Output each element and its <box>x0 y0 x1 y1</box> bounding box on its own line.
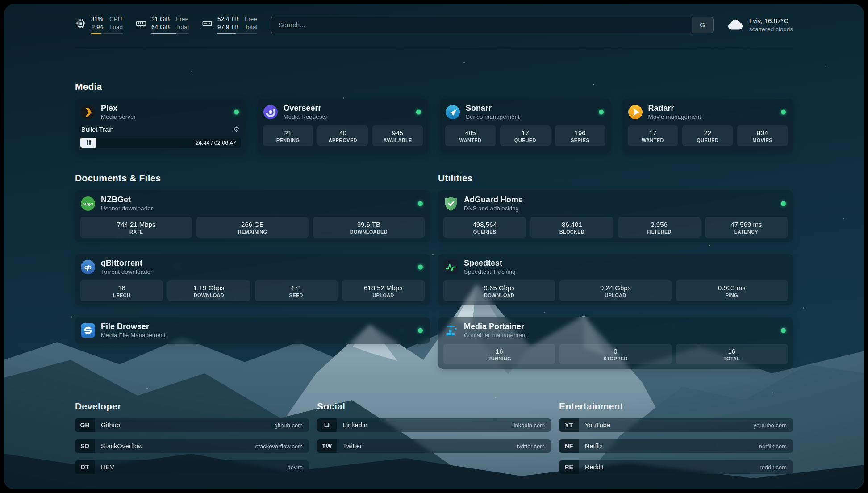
stat-series: 196 SERIES <box>555 125 605 146</box>
section-title-utilities: Utilities <box>438 173 793 184</box>
bookmark-name: LinkedIn <box>337 422 513 429</box>
service-link-filebrowser[interactable]: File Browser Media File Management <box>80 322 425 339</box>
section-title-media: Media <box>75 81 793 92</box>
stat-seed: 471 SEED <box>255 280 338 301</box>
service-link-speedtest[interactable]: Speedtest Speedtest Tracking <box>443 258 788 276</box>
cpu-icon <box>75 15 87 29</box>
bookmark-name: StackOverflow <box>95 443 255 450</box>
bookmark-twitter[interactable]: TW Twitter twitter.com <box>317 439 551 453</box>
stat-download: 1.19 Gbps DOWNLOAD <box>167 280 250 301</box>
service-link-adguard[interactable]: AdGuard Home DNS and adblocking <box>443 195 788 213</box>
app-name: AdGuard Home <box>464 195 523 205</box>
stat-queries: 498,564 QUERIES <box>443 217 526 238</box>
memory-free-label: Free <box>176 15 189 23</box>
section-documents: Documents & Files nzbget <box>75 173 430 369</box>
search-provider-button[interactable]: G <box>692 17 713 33</box>
playback-time: 24:44 / 02:06:47 <box>196 140 236 146</box>
status-dot <box>781 110 786 115</box>
bookmark-abbr: LI <box>317 418 337 432</box>
bookmark-url: twitter.com <box>517 443 551 450</box>
status-dot <box>234 110 239 115</box>
service-link-portainer[interactable]: Media Portainer Container management <box>443 322 788 339</box>
app-name: Sonarr <box>466 104 520 113</box>
qbittorrent-icon: qb <box>80 259 96 275</box>
service-link-plex[interactable]: Plex Media server <box>80 103 241 121</box>
stat-leech: 16 LEECH <box>80 280 163 301</box>
bookmark-url: github.com <box>274 422 309 429</box>
app-desc: Series management <box>466 113 520 121</box>
disk-free-value: 52.4 TB <box>217 15 238 23</box>
bookmark-abbr: TW <box>317 439 337 453</box>
stat-downloaded: 39.6 TB DOWNLOADED <box>313 217 425 238</box>
section-entertainment: Entertainment YT YouTube youtube.com NF … <box>559 401 793 474</box>
section-title-entertainment: Entertainment <box>559 401 793 412</box>
filebrowser-icon <box>80 323 96 338</box>
section-title-developer: Developer <box>75 401 309 412</box>
memory-total-value: 64 GiB <box>151 23 170 31</box>
svg-text:qb: qb <box>84 264 92 271</box>
bookmark-url: linkedin.com <box>513 422 551 429</box>
service-link-overseerr[interactable]: Overseerr Media Requests <box>263 103 423 121</box>
service-link-sonarr[interactable]: Sonarr Series management <box>445 103 605 121</box>
stat-ping: 0.993 ms PING <box>676 280 788 301</box>
bookmark-github[interactable]: GH Github github.com <box>75 418 309 432</box>
stat-queued: 22 QUEUED <box>682 125 733 146</box>
nzbget-icon: nzbget <box>80 196 96 211</box>
bookmark-abbr: GH <box>75 418 95 432</box>
section-title-social: Social <box>317 401 551 412</box>
portainer-icon <box>443 323 459 338</box>
disk-total-value: 97.9 TB <box>217 23 238 31</box>
gear-icon[interactable]: ⚙ <box>233 125 239 134</box>
bookmark-url: reddit.com <box>760 464 793 471</box>
bookmark-reddit[interactable]: RE Reddit reddit.com <box>559 460 793 474</box>
status-dot <box>781 201 786 206</box>
bookmark-linkedin[interactable]: LI LinkedIn linkedin.com <box>317 418 551 432</box>
bookmark-abbr: RE <box>559 460 579 474</box>
resource-widgets: 31% 2.94 CPU Load <box>75 15 257 34</box>
stat-wanted: 17 WANTED <box>628 125 678 146</box>
service-card-filebrowser: File Browser Media File Management <box>75 317 430 344</box>
status-dot <box>781 328 786 333</box>
search-input[interactable] <box>271 17 691 33</box>
stat-upload: 9.24 Gbps UPLOAD <box>559 280 671 301</box>
bookmark-youtube[interactable]: YT YouTube youtube.com <box>559 418 793 432</box>
bookmark-stackoverflow[interactable]: SO StackOverflow stackoverflow.com <box>75 439 309 453</box>
section-social: Social LI LinkedIn linkedin.com TW Twitt… <box>317 401 551 474</box>
app-desc: Speedtest Tracking <box>464 268 516 276</box>
service-link-qbittorrent[interactable]: qb qBittorrent Torrent downloader <box>80 258 425 276</box>
service-card-speedtest: Speedtest Speedtest Tracking 9.65 Gbps D… <box>438 254 793 305</box>
bookmark-name: Github <box>95 422 274 429</box>
playback-progress-fill <box>80 138 96 148</box>
stat-rate: 744.21 Mbps RATE <box>80 217 192 238</box>
disk-usage-bar <box>217 33 258 34</box>
bookmark-netflix[interactable]: NF Netflix netflix.com <box>559 439 793 453</box>
now-playing-title: Bullet Train <box>81 126 114 133</box>
bookmark-abbr: DT <box>75 460 95 474</box>
app-name: qBittorrent <box>101 259 153 268</box>
service-link-nzbget[interactable]: nzbget NZBGet Usenet downloader <box>80 195 425 213</box>
adguard-icon <box>443 196 459 211</box>
bookmark-abbr: NF <box>559 439 579 453</box>
status-dot <box>416 110 421 115</box>
app-name: Plex <box>101 104 136 113</box>
speedtest-icon <box>443 259 459 275</box>
weather-widget: Lviv, 16.87°C scattered clouds <box>727 17 793 33</box>
cpu-load-label: Load <box>109 23 123 31</box>
dashboard-screen: 31% 2.94 CPU Load <box>4 4 864 489</box>
memory-free-value: 21 GiB <box>151 15 170 23</box>
service-link-radarr[interactable]: Radarr Movie management <box>628 103 788 121</box>
pause-icon[interactable] <box>87 140 91 145</box>
service-card-qbittorrent: qb qBittorrent Torrent downloader <box>75 254 430 305</box>
disk-total-label: Total <box>245 23 258 31</box>
bookmark-name: YouTube <box>579 422 754 429</box>
stat-download: 9.65 Gbps DOWNLOAD <box>443 280 555 301</box>
app-desc: Media Requests <box>284 113 327 121</box>
playback-progress-bar[interactable]: 24:44 / 02:06:47 <box>80 138 241 148</box>
stat-running: 16 RUNNING <box>443 344 555 364</box>
stat-filtered: 2,956 FILTERED <box>618 217 701 238</box>
bookmark-url: stackoverflow.com <box>255 443 309 450</box>
status-dot <box>418 265 423 270</box>
bookmark-dev[interactable]: DT DEV dev.to <box>75 460 309 474</box>
cpu-usage-bar <box>91 33 123 34</box>
app-desc: DNS and adblocking <box>464 205 523 212</box>
